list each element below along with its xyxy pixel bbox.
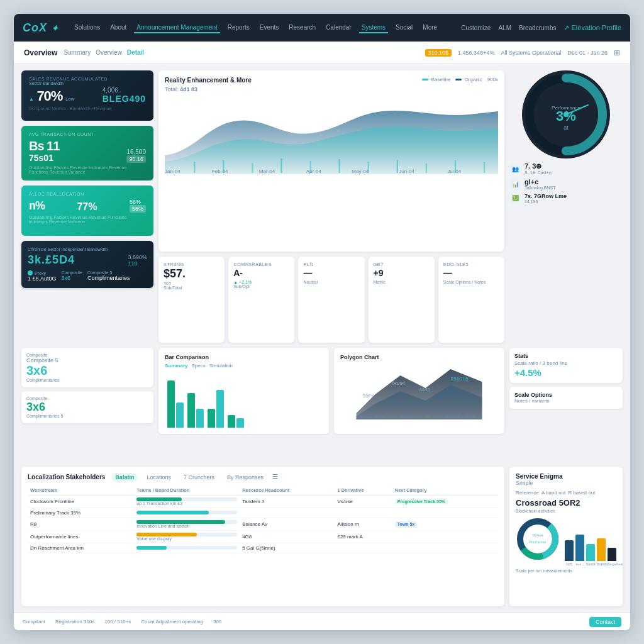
kpi-pln: PLN — Neutral [298, 257, 364, 343]
nav-about[interactable]: About [108, 23, 129, 33]
nav-systems[interactable]: Systems [359, 23, 388, 33]
br-bar-4 [597, 538, 606, 561]
kpi-sub-0: YoY [164, 281, 219, 286]
bar-chart-title: Bar Comparison [165, 354, 209, 360]
grid-icon[interactable]: ⊞ [614, 48, 620, 57]
kpi-sub-1: ▲ +2.1% [233, 280, 289, 284]
brand-logo[interactable]: CoX ✦ [23, 21, 59, 35]
chart-header: Reality Enhancement & More Total: 4d1 83… [165, 77, 498, 96]
metric-val-3: 7s. 7GRow Lme [525, 193, 567, 199]
table-tab-1[interactable]: Locations [143, 473, 175, 482]
mc2-sideval: 16,500 [126, 148, 146, 155]
kpi-row: STR3NG $57. YoY Sub/Total Comparables A-… [158, 257, 504, 343]
progress-bar-outer-5 [136, 546, 237, 550]
mc1-right: 4,006. BLEG490 [103, 87, 146, 104]
mc2-left: Bs 11 75s01 [29, 139, 59, 163]
br-bar-chart [565, 523, 616, 561]
rs1-sub: Scale ratio / 3 trend line [514, 360, 618, 366]
br-bar-label-3: 5sn0t [586, 562, 595, 566]
rs2-title: Scale Options [514, 392, 618, 398]
nav-solutions[interactable]: Solutions [72, 23, 103, 33]
bar-2b [196, 409, 204, 428]
row4-progress-label: Value use du-poly [136, 536, 237, 541]
svg-rect-3 [280, 158, 282, 173]
mc2-label: Avg Transaction Count [29, 132, 146, 136]
mc2-subnum: 75s01 [29, 153, 59, 163]
mc4-cat-val1: 3x6 [62, 275, 82, 281]
mc2-desc: Outstanding Factors Revenue Indicators R… [29, 165, 146, 174]
mc4-proxy-label: Proxy [35, 271, 46, 275]
nav-announcement[interactable]: Announcement Management [134, 23, 219, 33]
nav-user[interactable]: ↗ Elevation Profile [564, 24, 621, 32]
br-ref-label: Reference [516, 490, 539, 496]
kpi-val-4: — [443, 267, 499, 280]
right-bottom-cards: Stats Scale ratio / 3 trend line +4.5% S… [509, 348, 623, 409]
kpi-val-1: A- [233, 267, 289, 280]
lsc1-sub: Complimentaries [26, 378, 148, 382]
nav-more[interactable]: More [420, 23, 440, 33]
contact-button[interactable]: Contact [589, 617, 621, 627]
row1-progress: up 1 Transaction km £3 [134, 495, 240, 508]
metric-card-2: Avg Transaction Count Bs 11 75s01 16,500… [21, 126, 153, 180]
kpi-label-1: Comparables [233, 262, 289, 267]
table-menu-icon[interactable]: ☰ [272, 473, 278, 482]
chart-title: Reality Enhancement & More [165, 77, 252, 84]
lsc1-label: Composite [26, 353, 148, 357]
legend-organic: Organic [455, 77, 482, 82]
mc4-proxy-row: Proxy [28, 270, 57, 275]
br-ref-a: A band out [541, 490, 565, 496]
mc1-sub: Low [65, 96, 75, 102]
bar-tab-summary[interactable]: Summary [165, 363, 187, 369]
bar-tab-sim[interactable]: Simulation [209, 363, 233, 369]
nav-breadcrumbs[interactable]: Breadcrumbs [519, 25, 556, 31]
mc3-sideval: 56% [130, 199, 146, 205]
mc2-badge: 90.16 [126, 155, 146, 163]
sub-header: Overview Summary Overview Detail 310.10$… [14, 42, 630, 64]
bar-tab-specs[interactable]: Specs [191, 363, 205, 369]
row4-val2: £29 mark A [335, 530, 392, 543]
br-ref-row: Reference A band out R based out [516, 490, 616, 496]
tab-summary[interactable]: Summary [64, 49, 91, 56]
mc4-cats: Proxy 1 £5.Aut0G Composite 3x6 Composite… [28, 270, 147, 282]
row3-val2: Allision rn [335, 518, 392, 530]
mc1-desc: Compound Metrics - Bandwidth / Revenue [29, 106, 146, 111]
row4-progress: Value use du-poly [134, 530, 240, 543]
row1-note: Progressive Track 35% [392, 495, 498, 508]
mc4-right: 3,690% 110 [128, 254, 147, 267]
rs1-val: +4.5% [514, 367, 618, 378]
nav-research[interactable]: Research [286, 23, 318, 33]
table-row: Dn Reachment Area km 5 Gal G(5lnne) [28, 543, 498, 553]
footer: Compliant Registration 300s 100 / 510+s … [14, 613, 630, 630]
svg-text:Jul-04: Jul-04 [447, 169, 461, 174]
mc4-row: 3k.£5D4 3,690% 110 [28, 253, 147, 267]
bar-4a [228, 415, 235, 428]
table-tab-2[interactable]: 7 Crunchers [180, 473, 218, 482]
area-chart-svg: Jan-04 Feb-04 Mar-04 Apr-04 May-04 Jun-0… [165, 99, 498, 174]
chart-total: Total: 4d1 83 [165, 86, 252, 92]
nav-reports[interactable]: Reports [225, 23, 252, 33]
nav-calendar[interactable]: Calendar [323, 23, 354, 33]
table-tab-0[interactable]: Balatin [111, 473, 138, 482]
mc1-label: Sales Revenue Accumulated [29, 77, 146, 81]
lsc1-val: 3x6 [26, 364, 148, 378]
bottom-right-card: Service Enigma Simple Reference A band o… [509, 467, 623, 607]
tab-detail[interactable]: Detail [127, 49, 144, 56]
logo-text: CoX [23, 21, 47, 34]
mountain-chart-card: Polygon Chart [334, 348, 504, 434]
mc2-row: Bs 11 75s01 16,500 90.16 [29, 139, 146, 163]
nav-alm[interactable]: ALM [498, 25, 511, 31]
table-tab-3[interactable]: By Responses [223, 473, 267, 482]
mc3-mid: 77% [77, 201, 97, 213]
bar-group-1 [167, 380, 184, 428]
chart-ymax: 900k [487, 77, 498, 82]
left-bottom-cards: Composite Composite 5 3x6 Complimentarie… [21, 348, 153, 423]
nav-customize[interactable]: Customize [461, 25, 491, 31]
br-big-text: Crossroad 5OR2 [516, 498, 616, 508]
gauge-container: Performance 3% at [522, 70, 610, 158]
tab-overview[interactable]: Overview [96, 49, 122, 56]
nav-social[interactable]: Social [393, 23, 415, 33]
svg-rect-8 [426, 164, 427, 173]
mc2-bignum: Bs 11 [29, 139, 59, 153]
nav-events[interactable]: Events [257, 23, 282, 33]
br-footer-text: Scale per run measurements [516, 569, 616, 573]
